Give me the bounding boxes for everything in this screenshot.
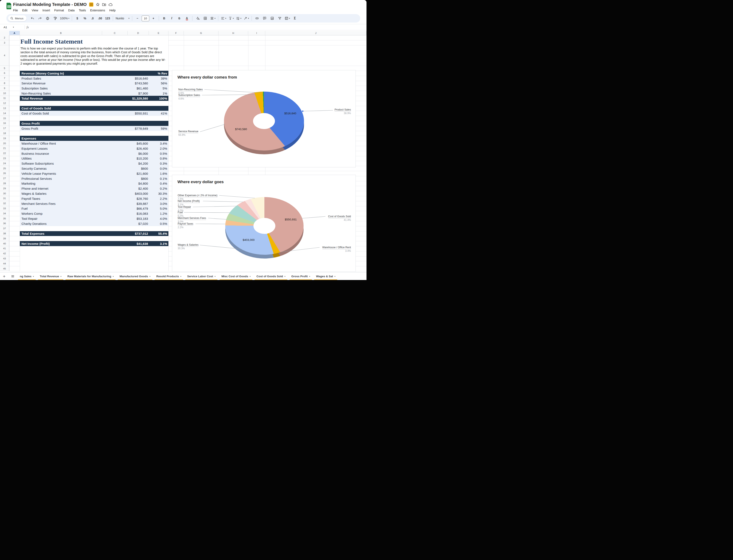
menu-format[interactable]: Format (52, 8, 66, 13)
sheet-description[interactable]: This is how we can expect your business … (20, 47, 167, 65)
column-header-D[interactable]: D (128, 31, 149, 35)
column-header-H[interactable]: H (219, 31, 248, 35)
more-formats-button[interactable]: 123 (104, 15, 111, 21)
row-header-10[interactable]: 10 (0, 91, 9, 96)
undo-button[interactable] (29, 15, 36, 21)
statement-row-total[interactable]: Net Income (Profit)$41,6383.1% (20, 241, 168, 246)
menu-tools[interactable]: Tools (77, 8, 88, 13)
redo-button[interactable] (37, 15, 43, 21)
row-header-34[interactable]: 34 (0, 211, 9, 216)
statement-row-item[interactable]: Product Sales$516,64039% (20, 76, 168, 81)
row-header-37[interactable]: 37 (0, 226, 9, 231)
row-header-4[interactable]: 4 (0, 45, 9, 66)
sheet-tab[interactable]: Resold Products▾ (153, 273, 184, 280)
row-header-32[interactable]: 32 (0, 201, 9, 206)
row-header-45[interactable]: 45 (0, 266, 9, 271)
star-icon[interactable] (96, 3, 100, 7)
statement-row-item[interactable]: Workers Comp$16,0831.2% (20, 211, 168, 216)
row-header-29[interactable]: 29 (0, 186, 9, 191)
functions-button[interactable]: Σ (292, 15, 298, 21)
horizontal-align-button[interactable]: ▾ (220, 15, 227, 21)
column-header-A[interactable]: A (9, 31, 20, 35)
statement-row-item[interactable]: Security Cameras$6000.0% (20, 166, 168, 171)
row-header-30[interactable]: 30 (0, 191, 9, 196)
row-header-21[interactable]: 21 (0, 146, 9, 151)
filter-button[interactable] (276, 15, 283, 21)
statement-row-item[interactable]: Non-Reucrring Sales$7,9001% (20, 91, 168, 96)
column-header-F[interactable]: F (168, 31, 184, 35)
statement-row-item[interactable]: Business Insurance$6,0000.5% (20, 151, 168, 156)
menus-search-button[interactable]: Menus (8, 15, 27, 21)
statement-row-item[interactable]: Tool Repair$53,1834.0% (20, 216, 168, 221)
row-header-3[interactable]: 3 (0, 40, 9, 45)
name-box[interactable]: A1 ▾ (0, 26, 23, 29)
statement-row-item[interactable]: Phone and Internet$2,4000.2% (20, 186, 168, 191)
sheet-tab[interactable]: Misc Cost of Goods▾ (219, 273, 253, 280)
statement-row-item[interactable]: Marketing$4,8000.4% (20, 181, 168, 186)
row-header-40[interactable]: 40 (0, 241, 9, 246)
row-header-23[interactable]: 23 (0, 156, 9, 161)
sheet-tab[interactable]: Service Labor Cost▾ (184, 273, 219, 280)
sheet-tab[interactable]: Cost of Goods Sold▾ (253, 273, 288, 280)
row-header-11[interactable]: 11 (0, 96, 9, 101)
menu-help[interactable]: Help (107, 8, 118, 13)
column-header-C[interactable]: C (102, 31, 128, 35)
all-sheets-button[interactable] (8, 273, 17, 280)
column-header-G[interactable]: G (184, 31, 219, 35)
sheet-tab[interactable]: Total Revenue▾ (37, 273, 64, 280)
bold-button[interactable]: B (161, 15, 168, 21)
row-header-19[interactable]: 19 (0, 136, 9, 141)
row-header-24[interactable]: 24 (0, 161, 9, 166)
insert-link-button[interactable] (254, 15, 260, 21)
revenue-chart-panel[interactable]: Where every dollar comes from Non-Reucrr… (172, 70, 356, 167)
row-header-8[interactable]: 8 (0, 81, 9, 86)
statement-row-item[interactable]: Merchant Services Fees$39,8873.0% (20, 201, 168, 206)
statement-row-item[interactable]: Warehouse / Office Rent$45,6003.4% (20, 141, 168, 146)
zoom-select[interactable]: 100%▾ (59, 15, 70, 21)
decrease-decimal-button[interactable]: .0 (89, 15, 96, 21)
statement-row-total[interactable]: Total Expenses$737,01255.4% (20, 231, 168, 236)
column-header-E[interactable]: E (149, 31, 168, 35)
row-header-27[interactable]: 27 (0, 176, 9, 181)
statement-row-item[interactable]: Professional Services$8000.1% (20, 176, 168, 181)
menu-file[interactable]: File (11, 8, 20, 13)
statement-row-header[interactable]: Gross Profit (20, 121, 168, 126)
statement-row-item[interactable]: Gross Profit$778,64959% (20, 126, 168, 131)
sheet-tab[interactable]: Wages & Sal▾ (313, 273, 338, 280)
menu-insert[interactable]: Insert (40, 8, 52, 13)
row-header-15[interactable]: 15 (0, 116, 9, 121)
row-header-16[interactable]: 16 (0, 121, 9, 126)
row-header-14[interactable]: 14 (0, 111, 9, 116)
row-header-38[interactable]: 38 (0, 231, 9, 236)
row-header-39[interactable]: 39 (0, 236, 9, 241)
decrease-font-size-button[interactable]: − (134, 15, 141, 21)
statement-row-item[interactable]: Subscription Sales$61,4605% (20, 86, 168, 91)
row-header-9[interactable]: 9 (0, 86, 9, 91)
italic-button[interactable]: I (168, 15, 175, 21)
menu-view[interactable]: View (29, 8, 40, 13)
row-header-17[interactable]: 17 (0, 126, 9, 131)
sheet-tab[interactable]: ng Sales▾ (17, 273, 37, 280)
row-header-22[interactable]: 22 (0, 151, 9, 156)
row-header-33[interactable]: 33 (0, 206, 9, 211)
statement-row-item[interactable]: Utilities$10,2000.8% (20, 156, 168, 161)
row-header-43[interactable]: 43 (0, 256, 9, 261)
borders-button[interactable] (202, 15, 209, 21)
row-header-31[interactable]: 31 (0, 196, 9, 201)
row-header-6[interactable]: 6 (0, 71, 9, 76)
text-color-button[interactable]: A (184, 15, 190, 21)
merge-cells-button[interactable]: ▾ (209, 15, 216, 21)
sheet-tab[interactable]: Gross Profit▾ (288, 273, 313, 280)
currency-format-button[interactable]: $ (74, 15, 81, 21)
document-title[interactable]: Financial Modeling Template - DEMO (13, 2, 87, 7)
increase-decimal-button[interactable]: .00 (97, 15, 103, 21)
row-header-2[interactable]: 2 (0, 35, 9, 40)
statement-row-header[interactable]: Expenses (20, 136, 168, 141)
statement-row-header[interactable]: Cost of Goods Sold (20, 106, 168, 111)
text-wrap-button[interactable]: ▾ (235, 15, 242, 21)
statement-row-total[interactable]: Total Revenue$1,329,580100% (20, 96, 168, 101)
row-header-36[interactable]: 36 (0, 221, 9, 226)
row-header-44[interactable]: 44 (0, 261, 9, 266)
menu-data[interactable]: Data (66, 8, 77, 13)
menu-edit[interactable]: Edit (20, 8, 29, 13)
